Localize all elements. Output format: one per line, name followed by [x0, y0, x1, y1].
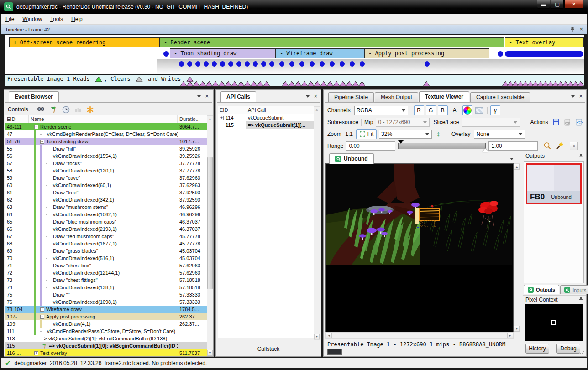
menu-tools[interactable]: Tools	[46, 14, 67, 24]
event-row-63[interactable]: 63Draw "mushroom stems"46.96296	[5, 203, 207, 211]
panel-close-icon[interactable]: ×	[314, 94, 317, 99]
tab-api-calls[interactable]: API Calls	[220, 91, 256, 102]
panel-close-icon[interactable]: ×	[579, 94, 583, 99]
draw-event-dot[interactable]	[498, 51, 503, 57]
event-row-56[interactable]: 56vkCmdDrawIndexed(1554,1)39.25926	[5, 152, 207, 160]
save-texture-icon[interactable]	[552, 118, 560, 126]
event-row-70[interactable]: 70vkCmdDrawIndexed(516,1)45.03704	[5, 255, 207, 262]
pixel-context-view[interactable]	[525, 304, 583, 341]
event-row-75[interactable]: 75Draw ""57.33333	[5, 291, 207, 298]
event-row-115[interactable]: 115=> vkQueueSubmit(1)[0]: vkBeginComman…	[5, 342, 207, 349]
event-row-74[interactable]: 74vkCmdDrawIndexed(138,1)57.18518	[5, 284, 207, 291]
maximize-button[interactable]: ▢	[551, 0, 564, 9]
draw-event-dot[interactable]	[212, 61, 217, 67]
texture-canvas[interactable]	[326, 163, 514, 332]
event-row-61[interactable]: 61Draw "tree"37.92593	[5, 189, 207, 196]
draw-event-dot[interactable]	[236, 61, 242, 67]
draw-event-dot[interactable]	[330, 61, 335, 67]
draw-event-dot[interactable]	[269, 61, 274, 67]
draw-event-dot[interactable]	[320, 61, 325, 67]
range-black-point-handle[interactable]	[398, 140, 404, 144]
event-row-65[interactable]: 65Draw "blue mushroom caps"46.37037	[5, 218, 207, 225]
range-max-input[interactable]: 1.00	[488, 141, 538, 151]
zoom-range-icon[interactable]	[543, 142, 551, 150]
expand-icon[interactable]: +	[40, 307, 44, 312]
slice-face-dropdown[interactable]	[462, 118, 520, 127]
draw-event-dot[interactable]	[289, 61, 294, 67]
draw-event-dot[interactable]	[253, 61, 258, 67]
timeline-bar[interactable]: - Wireframe draw	[276, 48, 364, 58]
draw-event-dot[interactable]	[220, 61, 225, 67]
draw-event-dot[interactable]	[350, 61, 355, 67]
event-row-76[interactable]: 76vkCmdDrawIndexed(1098,1)57.33333	[5, 298, 207, 306]
col-duration[interactable]: Duratio...	[178, 115, 207, 123]
col-eid[interactable]: EID	[5, 115, 29, 123]
bookmark-asterisk-icon[interactable]	[86, 106, 94, 114]
draw-event-dot[interactable]	[163, 51, 169, 57]
collapse-icon[interactable]: −	[40, 140, 44, 144]
api-call-row[interactable]: +114vkQueueSubmit	[218, 114, 314, 121]
event-row-62[interactable]: 62vkCmdDrawIndexed(342,1)37.92593	[5, 196, 207, 203]
event-row-68[interactable]: 68vkCmdDrawIndexed(1677,1)45.77778	[5, 240, 207, 247]
draw-event-dot[interactable]	[245, 61, 250, 67]
timeline-bar[interactable]: - Toon shading draw	[170, 48, 276, 58]
event-row-69[interactable]: 69Draw "grass blades"45.03704	[5, 247, 207, 255]
timeline-bar[interactable]: - Text overlay	[505, 37, 584, 47]
autofit-wand-icon[interactable]	[555, 142, 563, 150]
api-calls-scrollbar[interactable]: ▲ ▼	[314, 106, 320, 340]
menu-help[interactable]: Help	[67, 14, 87, 24]
event-row-73[interactable]: 73Draw "chest fittings"57.18518	[5, 276, 207, 284]
menu-file[interactable]: File	[1, 14, 18, 24]
channel-b-button[interactable]: B	[438, 105, 448, 115]
tab-capture-executable[interactable]: Capture Executable	[470, 92, 530, 102]
draw-event-dot[interactable]	[340, 61, 345, 67]
panel-menu-icon[interactable]	[306, 95, 310, 98]
view-code-icon[interactable]: <>	[575, 118, 583, 126]
event-row-78-104[interactable]: 78-104+Wireframe draw1784.5...	[5, 306, 207, 313]
panel-menu-icon[interactable]	[197, 95, 201, 98]
write-marker-cluster[interactable]	[423, 81, 430, 87]
pin-icon[interactable]	[579, 154, 583, 159]
debug-button[interactable]: Debug	[556, 344, 580, 354]
goto-eid-flag-icon[interactable]	[50, 106, 58, 114]
timeline-panel[interactable]: + Off-screen scene rendering- Render sce…	[4, 34, 585, 74]
event-row-59[interactable]: 59Draw "cave"37.62963	[5, 174, 207, 182]
collapse-icon[interactable]: −	[34, 125, 38, 129]
panel-menu-icon[interactable]	[571, 95, 575, 98]
texture-tab-dropdown-icon[interactable]	[510, 158, 514, 160]
draw-event-dot[interactable]	[360, 61, 365, 67]
event-row-64[interactable]: 64vkCmdDrawIndexed(1062,1)46.96296	[5, 211, 207, 218]
callstack-bar[interactable]: Callstack	[217, 343, 320, 354]
history-button[interactable]: History	[525, 344, 549, 354]
write-marker-cluster[interactable]	[502, 81, 588, 87]
resize-grip[interactable]	[580, 350, 584, 354]
draw-event-dot[interactable]	[310, 61, 315, 67]
tab-event-browser[interactable]: Event Browser	[9, 91, 59, 102]
draw-event-dot[interactable]	[279, 61, 284, 67]
event-row-111[interactable]: 111vkCmdEndRenderPass(C=Store, D=Store, …	[5, 328, 207, 335]
channels-dropdown[interactable]: RGBA	[354, 106, 408, 115]
col-api-call[interactable]: API Call	[246, 106, 314, 114]
zoom-level-combo[interactable]: 32%	[379, 130, 432, 139]
draw-event-dot[interactable]	[179, 61, 184, 67]
timeline-bar[interactable]: - Render scene	[160, 37, 504, 47]
fb0-thumbnail[interactable]: FB0 Unbound	[526, 163, 582, 204]
range-min-input[interactable]: 0.00	[346, 141, 395, 151]
minimize-button[interactable]: ▬	[537, 0, 550, 9]
channel-g-button[interactable]: G	[426, 105, 436, 115]
col-name[interactable]: Name	[29, 115, 178, 123]
pin-icon[interactable]	[570, 27, 575, 32]
draw-event-dot[interactable]	[204, 61, 209, 67]
draw-event-dot[interactable]	[195, 61, 200, 67]
range-white-point-handle[interactable]	[483, 148, 488, 152]
pin-icon[interactable]	[579, 297, 583, 302]
event-row-47[interactable]: 47vkCmdBeginRenderPass(C=Clear, D=Clear,…	[5, 130, 207, 138]
write-marker-cluster[interactable]	[282, 81, 373, 87]
zoom-fit-button[interactable]: Fit	[356, 129, 377, 139]
merged-draw-events-bar[interactable]	[505, 51, 583, 57]
find-icon[interactable]	[37, 106, 45, 113]
collapse-icon[interactable]: −	[40, 315, 44, 319]
col-eid[interactable]: EID	[218, 106, 246, 114]
event-row-57[interactable]: 57Draw "rocks"37.77778	[5, 160, 207, 167]
tab-texture-viewer[interactable]: Texture Viewer	[419, 91, 469, 102]
